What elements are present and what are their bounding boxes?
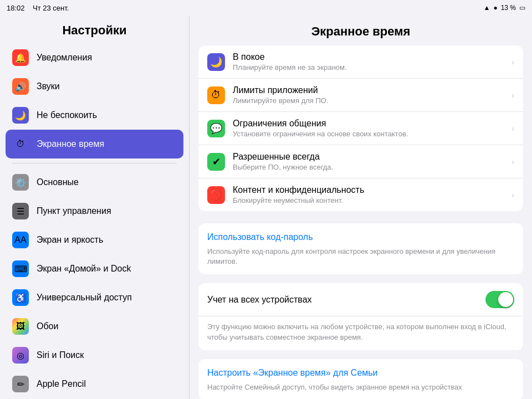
sidebar: Настройки 🔔Уведомления🔊Звуки🌙Не беспокои… [0, 16, 190, 399]
passcode-section: Использовать код-пароль Используйте код-… [198, 223, 523, 274]
downtime-row-text: В покоеПланируйте время не за экраном. [233, 52, 504, 71]
battery-text: 13 % [501, 4, 516, 12]
screentime-icon: ⏱ [12, 136, 29, 152]
status-date: Чт 23 сент. [33, 4, 69, 12]
sidebar-item-pencil[interactable]: ✏Apple Pencil [6, 370, 183, 398]
downtime-chevron-icon: › [511, 58, 514, 66]
always-allowed-row-icon: ✔ [207, 153, 225, 171]
always-allowed-row-text: Разрешенные всегдаВыберите ПО, нужное вс… [233, 152, 504, 171]
sidebar-item-notifications[interactable]: 🔔Уведомления [6, 43, 183, 72]
always-allowed-chevron-icon: › [511, 157, 514, 166]
sidebar-item-label-siri: Siri и Поиск [37, 350, 84, 360]
toggle-switch[interactable] [485, 291, 514, 308]
app-limits-row-title: Лимиты приложений [233, 85, 504, 95]
status-time: 18:02 [7, 4, 25, 12]
sidebar-item-label-dnd: Не беспокоить [37, 110, 97, 120]
home-icon: ⌨ [12, 260, 29, 277]
sidebar-item-label-wallpaper: Обои [37, 321, 58, 331]
always-allowed-row-title: Разрешенные всегда [233, 152, 504, 162]
communication-row-subtitle: Установите ограничения на основе своих к… [233, 130, 504, 138]
content-rows-section: 🌙В покоеПланируйте время не за экраном.›… [198, 45, 523, 211]
content-privacy-chevron-icon: › [511, 191, 514, 200]
sounds-icon: 🔊 [12, 78, 29, 95]
downtime-row-icon: 🌙 [207, 53, 225, 71]
sidebar-item-display[interactable]: AAЭкран и яркость [6, 226, 183, 254]
siri-icon: ◎ [12, 347, 29, 364]
toggle-row: Учет на всех устройствах [198, 283, 523, 316]
sidebar-item-dnd[interactable]: 🌙Не беспокоить [6, 101, 183, 130]
sidebar-item-home[interactable]: ⌨Экран «Домой» и Dock [6, 254, 183, 283]
sidebar-item-label-general: Основные [37, 177, 79, 187]
main-layout: Настройки 🔔Уведомления🔊Звуки🌙Не беспокои… [0, 16, 532, 399]
sidebar-item-general[interactable]: ⚙️Основные [6, 168, 183, 197]
app-limits-row-text: Лимиты приложенийЛимитируйте время для П… [233, 85, 504, 105]
family-description: Настройте Семейный доступ, чтобы видеть … [207, 382, 514, 392]
dnd-icon: 🌙 [12, 107, 29, 124]
content-row-always-allowed[interactable]: ✔Разрешенные всегдаВыберите ПО, нужное в… [198, 145, 523, 178]
sidebar-item-label-accessibility: Универсальный доступ [37, 293, 132, 303]
wallpaper-icon: 🖼 [12, 318, 29, 335]
control-icon: ☰ [12, 203, 29, 219]
downtime-row-title: В покое [233, 52, 504, 62]
sidebar-item-sounds[interactable]: 🔊Звуки [6, 72, 183, 101]
status-bar-time-date: 18:02 Чт 23 сент. [7, 4, 69, 12]
sidebar-item-screentime[interactable]: ⏱Экранное время [6, 130, 183, 158]
content-privacy-row-title: Контент и конфиденциальность [233, 185, 504, 195]
sidebar-item-label-notifications: Уведомления [37, 53, 92, 63]
battery-icon: ▭ [519, 4, 525, 12]
content-privacy-row-text: Контент и конфиденциальностьБлокируйте н… [233, 185, 504, 204]
toggle-description: Эту функцию можно включить на любом устр… [198, 316, 523, 350]
sidebar-item-label-pencil: Apple Pencil [37, 379, 86, 389]
content-privacy-row-icon: 🚫 [207, 186, 225, 204]
passcode-description: Используйте код-пароль для контроля наст… [207, 247, 514, 267]
display-icon: AA [12, 232, 29, 248]
content-row-communication[interactable]: 💬Ограничения общенияУстановите ограничен… [198, 112, 523, 145]
family-section: Настроить «Экранное время» для Семьи Нас… [198, 359, 523, 399]
content-row-content-privacy[interactable]: 🚫Контент и конфиденциальностьБлокируйте … [198, 178, 523, 211]
toggle-knob [498, 292, 513, 307]
content-privacy-row-subtitle: Блокируйте неуместный контент. [233, 196, 504, 204]
wifi-icon: ▲ [484, 4, 490, 12]
toggle-label: Учет на всех устройствах [207, 295, 485, 305]
signal-icon: ● [493, 4, 497, 12]
always-allowed-row-subtitle: Выберите ПО, нужное всегда. [233, 163, 504, 171]
status-bar-right: ▲ ● 13 % ▭ [484, 4, 526, 12]
content-row-downtime[interactable]: 🌙В покоеПланируйте время не за экраном.› [198, 45, 523, 79]
communication-row-icon: 💬 [207, 120, 225, 137]
sidebar-item-label-screentime: Экранное время [37, 139, 104, 149]
sidebar-list: 🔔Уведомления🔊Звуки🌙Не беспокоить⏱Экранно… [0, 43, 189, 399]
content-title: Экранное время [190, 16, 532, 45]
content-area: Экранное время 🌙В покоеПланируйте время … [190, 16, 532, 399]
family-link[interactable]: Настроить «Экранное время» для Семьи [207, 368, 514, 378]
app-limits-chevron-icon: › [511, 91, 514, 100]
sidebar-item-label-control: Пункт управления [37, 206, 111, 216]
notifications-icon: 🔔 [12, 49, 29, 66]
communication-row-title: Ограничения общения [233, 119, 504, 129]
sidebar-item-label-sounds: Звуки [37, 81, 60, 91]
communication-chevron-icon: › [511, 124, 514, 133]
sidebar-item-label-home: Экран «Домой» и Dock [37, 264, 131, 274]
sidebar-divider [12, 163, 177, 163]
accessibility-icon: ♿ [12, 289, 29, 306]
sidebar-item-siri[interactable]: ◎Siri и Поиск [6, 341, 183, 370]
status-bar: 18:02 Чт 23 сент. ▲ ● 13 % ▭ [0, 0, 532, 16]
passcode-link[interactable]: Использовать код-пароль [207, 232, 514, 242]
downtime-row-subtitle: Планируйте время не за экраном. [233, 63, 504, 71]
content-row-app-limits[interactable]: ⏱Лимиты приложенийЛимитируйте время для … [198, 79, 523, 112]
pencil-icon: ✏ [12, 376, 29, 392]
sidebar-item-control[interactable]: ☰Пункт управления [6, 197, 183, 226]
sidebar-title: Настройки [0, 16, 189, 43]
app-limits-row-subtitle: Лимитируйте время для ПО. [233, 96, 504, 105]
sidebar-item-wallpaper[interactable]: 🖼Обои [6, 312, 183, 341]
sidebar-item-accessibility[interactable]: ♿Универсальный доступ [6, 283, 183, 312]
app-limits-row-icon: ⏱ [207, 86, 225, 104]
toggle-section: Учет на всех устройствах Эту функцию мож… [198, 283, 523, 350]
sidebar-item-label-display: Экран и яркость [37, 235, 103, 245]
general-icon: ⚙️ [12, 174, 29, 191]
communication-row-text: Ограничения общенияУстановите ограничени… [233, 119, 504, 138]
